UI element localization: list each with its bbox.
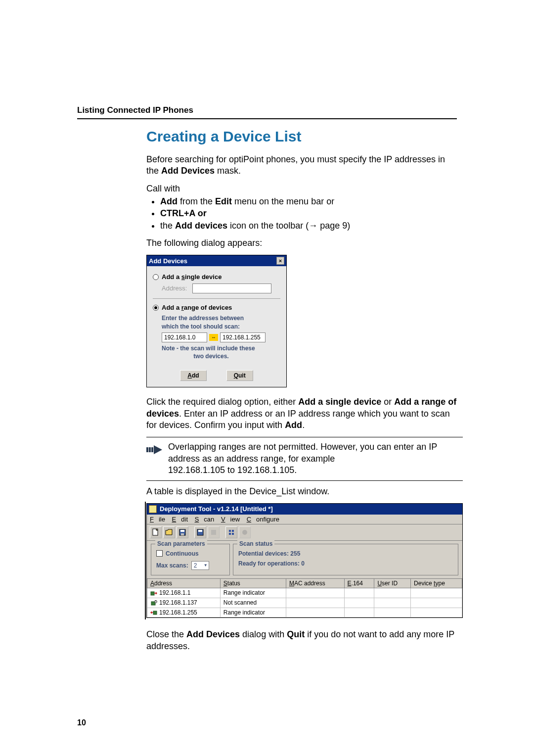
dialog-buttons: Add Quit [153, 370, 280, 381]
quit-button[interactable]: Quit [226, 370, 253, 381]
add-button[interactable]: Add [180, 370, 206, 381]
dialog-title: Add Devices [149, 257, 187, 265]
note-top-divider [146, 437, 463, 437]
range-note-2: two devices. [162, 352, 261, 360]
note-block: Overlapping ranges are not permitted. Ho… [146, 441, 457, 476]
svg-rect-15 [229, 533, 231, 535]
toolbar-open-icon[interactable] [163, 526, 175, 538]
cell-userid [374, 608, 411, 617]
intro-text-tail: mask. [215, 166, 241, 176]
ad-b3: Add [285, 420, 302, 430]
close-icon[interactable]: × [276, 257, 284, 265]
ad-b1: Add a single device [298, 397, 381, 407]
ip-from-input[interactable] [162, 332, 207, 342]
page-number: 10 [77, 718, 86, 727]
col-userid[interactable]: User ID [374, 578, 411, 588]
table-row[interactable]: ?192.168.1.137 Not scanned [147, 598, 462, 608]
cell-type [411, 608, 462, 617]
group-divider [153, 298, 280, 299]
cell-mac [286, 588, 344, 598]
bullet-ctrl-a: CTRL+A or [160, 207, 457, 219]
svg-rect-2 [151, 447, 153, 452]
col-address[interactable]: Address [147, 578, 221, 588]
ad-m1: or [381, 397, 394, 407]
radio-single-device[interactable]: Add a single device [153, 273, 280, 281]
b3-pre: the [160, 221, 175, 231]
window-titlebar: Deployment Tool - v1.2.14 [Untitled *] [147, 504, 462, 515]
scan-parameters-panel: Scan parameters Continuous Max scans: 2 … [151, 544, 230, 575]
menu-scan[interactable]: Scan [195, 516, 215, 523]
svg-rect-18 [151, 592, 154, 595]
b3-tail: page 9) [317, 221, 350, 231]
col-status[interactable]: Status [220, 578, 286, 588]
addr-val: 192.168.1.255 [159, 609, 197, 616]
address-input[interactable] [192, 284, 271, 293]
table-row[interactable]: 192.168.1.255 Range indicator [147, 608, 462, 617]
toolbar-disabled-icon [239, 526, 251, 538]
deployment-tool-window: Deployment Tool - v1.2.14 [Untitled *] F… [146, 503, 463, 618]
click-option-text: Click the required dialog option, either… [146, 396, 457, 431]
addr-val: 192.168.1.137 [159, 599, 197, 606]
toolbar-save-icon[interactable] [177, 526, 188, 538]
window-border [145, 502, 146, 619]
cl-b1: Add Devices [186, 629, 240, 639]
svg-rect-16 [232, 533, 234, 535]
menu-view[interactable]: View [221, 516, 240, 523]
col-mac[interactable]: MAC address [286, 578, 344, 588]
cell-e164 [344, 608, 374, 617]
menu-file[interactable]: File [150, 516, 165, 523]
svg-rect-11 [198, 530, 202, 532]
svg-rect-14 [232, 530, 234, 532]
cell-type [411, 588, 462, 598]
ip-to-input[interactable] [220, 332, 266, 342]
range-note: Note - the scan will include these two d… [162, 344, 280, 360]
ad-pre: Click the required dialog option, either [146, 397, 298, 407]
svg-marker-3 [154, 445, 162, 454]
table-header-row: Address Status MAC address E.164 User ID… [147, 578, 462, 588]
toolbar-add-devices-icon[interactable] [225, 526, 237, 538]
toolbar-new-icon[interactable] [150, 526, 162, 538]
call-with: Call with [146, 183, 457, 194]
b-adddevices: Add devices [175, 221, 227, 231]
range-intro: Enter the addresses between which the to… [162, 314, 280, 330]
radio-range-devices[interactable]: Add a range of devices [153, 304, 280, 311]
b-mid: from the [178, 196, 215, 206]
svg-rect-9 [181, 533, 184, 535]
note-line1: Overlapping ranges are not permitted. Ho… [168, 442, 437, 463]
page-header: Listing Connected IP Phones [77, 105, 457, 115]
note-arrow-icon [146, 443, 163, 456]
range-end-icon [150, 609, 157, 616]
radio-icon [153, 274, 159, 280]
note-text: Overlapping ranges are not permitted. Ho… [168, 441, 457, 476]
cell-userid [374, 588, 411, 598]
radio-single-label: Add a single device [162, 273, 222, 281]
address-label: Address: [162, 285, 187, 292]
header-divider [77, 118, 457, 119]
cell-type [411, 598, 462, 608]
col-e164[interactable]: E.164 [344, 578, 374, 588]
continuous-checkbox[interactable]: Continuous [156, 550, 224, 557]
cell-address: 192.168.1.255 [147, 608, 221, 617]
toolbar-separator [221, 526, 224, 538]
cell-address: 192.168.1.1 [147, 588, 221, 598]
menu-configure[interactable]: Configure [247, 516, 279, 523]
bullet-add-menu: Add from the Edit menu on the menu bar o… [160, 195, 457, 207]
scan-status-panel: Scan status Potential devices: 255 Ready… [233, 544, 458, 575]
svg-rect-13 [229, 530, 231, 532]
menu-edit[interactable]: Edit [172, 516, 188, 523]
table-row[interactable]: 192.168.1.1 Range indicator [147, 588, 462, 598]
cell-status: Range indicator [220, 588, 286, 598]
svg-point-17 [242, 530, 247, 535]
device-icon: ? [150, 600, 157, 607]
toolbar-save2-icon[interactable] [194, 526, 206, 538]
chevron-down-icon: ▼ [204, 563, 208, 567]
cl-b2: Quit [287, 629, 305, 639]
range-inputs: ↔ [162, 332, 280, 342]
intro-text-bold: Add Devices [161, 166, 215, 176]
max-scans-dropdown[interactable]: 2 ▼ [191, 561, 209, 570]
col-type[interactable]: Device type [411, 578, 462, 588]
radio-range-label: Add a range of devices [162, 304, 232, 311]
call-with-bullets: Add from the Edit menu on the menu bar o… [156, 195, 457, 232]
svg-marker-6 [166, 529, 172, 535]
range-intro-1: Enter the addresses between [162, 314, 280, 322]
